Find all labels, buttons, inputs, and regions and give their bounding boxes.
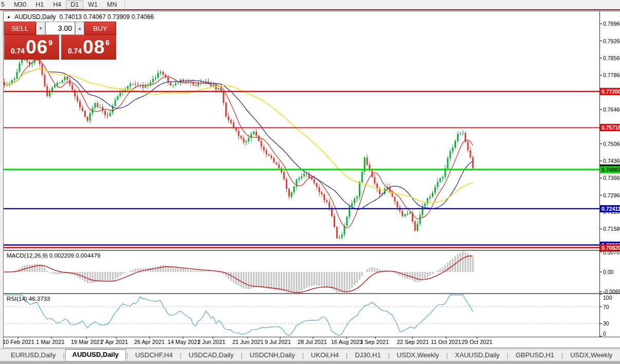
chart-tab-ukoil-h4[interactable]: UKOil,H4 [304,350,345,361]
buy-price-display[interactable]: 0.74 08 6 [61,35,116,60]
date-tick-label: 1 Mar 2021 [36,339,65,345]
price-tick-label: 0.75060 [603,141,620,147]
date-tick-label: 22 Sep 2021 [397,339,429,345]
buy-button[interactable]: BUY [84,22,116,35]
date-tick-label: 7 Apr 2021 [101,339,128,345]
macd-tick-label: -0.006925 [603,288,620,295]
buy-price-prefix: 0.74 [68,47,82,55]
date-tick-label: 14 May 2021 [168,339,200,345]
macd-tick-label: 0.00 [603,269,620,275]
date-tick-label: 16 Aug 2021 [331,339,363,345]
rsi-indicator-label: RSI(14) 46.3733 [7,296,50,302]
collapse-triangle-icon[interactable]: ▲ [7,14,11,20]
sell-price-display[interactable]: 0.74 06 9 [4,35,59,60]
window-bottom-edge [0,361,620,364]
date-tick-label: 11 Oct 2021 [431,339,461,345]
sell-price-prefix: 0.74 [11,47,25,55]
price-tick-label: 0.79260 [603,38,620,44]
sell-button[interactable]: SELL [4,22,36,35]
chart-tab-dj30-h1[interactable]: DJ30,H1 [348,350,388,361]
chart-tab-usdx-weekly[interactable]: USDX,Weekly [390,350,446,361]
chart-tab-usdcnh-daily[interactable]: USDCNH,Daily [243,350,302,361]
one-click-trading-panel: SELL ▼ 3.00 ▲ BUY 0.74 06 9 0.74 08 6 [4,22,116,60]
chart-tab-usdchf-h4[interactable]: USDCHF,H4 [129,350,179,361]
date-tick-label: 28 Jul 2021 [298,339,327,345]
rsi-tick-label: 30 [603,320,620,326]
chart-frame-top [3,11,620,11]
chart-ohlc-values: 0.74013 0.74067 0.73909 0.74066 [60,13,154,21]
chart-tab-usdcad-daily[interactable]: USDCAD,Daily [182,350,240,361]
buy-price-pip: 6 [105,39,110,47]
chart-tab-audusd-daily[interactable]: AUDUSD,Daily [65,349,126,361]
price-tick-label: 0.77860 [603,72,620,78]
buy-price-main: 08 [83,36,105,59]
chart-tab-eurusd-daily[interactable]: EURUSD,Daily [4,350,62,361]
rsi-tick-label: 0 [603,331,620,337]
macd-indicator-label: MACD(12,26,9) 0.002209 0.004479 [7,252,100,259]
date-tick-label: 2 Jun 2021 [197,339,225,345]
sell-price-main: 06 [26,36,48,59]
date-tick-label: 26 Apr 2021 [134,339,165,345]
date-tick-label: 21 Jun 2021 [232,339,264,345]
price-tick-label: 0.79960 [603,21,620,27]
sell-price-pip: 9 [48,39,52,47]
chart-symbol-label: AUDUSD,Daily [14,13,56,21]
date-tick-label: 9 Jul 2021 [265,339,291,345]
chart-tab-xauusd-daily[interactable]: XAUUSD,Daily [448,350,506,361]
level-price-label: 0.77200 [600,88,620,95]
rsi-tick-label: 70 [603,304,620,310]
date-tick-label: 29 Oct 2021 [462,339,493,345]
volume-decrease-button[interactable]: ▼ [36,22,45,35]
chart-title: ▲ AUDUSD,Daily 0.74013 0.74067 0.73909 0… [7,13,154,21]
volume-input[interactable]: 3.00 [45,22,75,35]
chart-tab-gbpusd-h1[interactable]: GBPUSD,H1 [509,350,561,361]
date-tick-label: 10 Feb 2021 [3,339,34,345]
volume-increase-button[interactable]: ▲ [75,22,84,35]
price-tick-label: 0.76460 [603,106,620,113]
level-price-label: 0.72411 [600,205,620,212]
chart-frame-left [3,11,4,348]
price-tick-label: 0.72960 [603,192,620,198]
chart-tabs-bar: EURUSD,Daily|AUDUSD,Daily|USDCHF,H4|USDC… [0,349,620,361]
date-tick-label: 3 Sep 2021 [360,339,389,345]
price-tick-label: 0.71580 [603,226,620,232]
price-tick-label: 0.73660 [603,175,620,181]
chart-tab-usdx-weekly[interactable]: USDX,Weekly [563,350,619,361]
price-tick-label: 0.74360 [603,158,620,164]
price-tick-label: 0.78560 [603,55,620,61]
date-tick-label: 19 Mar 2021 [71,339,103,345]
level-price-label: 0.75716 [600,124,620,131]
rsi-tick-label: 100 [603,295,620,301]
chart-frame-bottom [3,348,620,348]
level-price-label: 0.74007 [600,166,620,173]
macd-tick-label: 0.007015 [603,249,620,256]
